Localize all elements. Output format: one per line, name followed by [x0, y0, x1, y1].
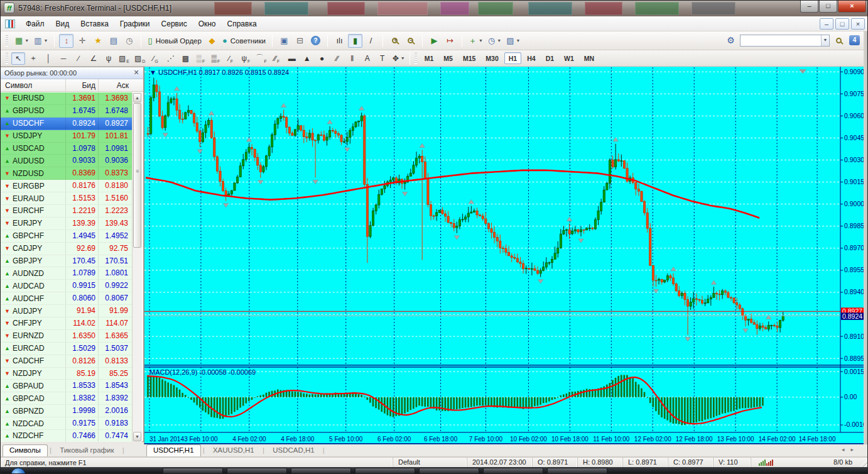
tab-scroll-arrows[interactable]: ◂▸: [842, 446, 860, 453]
timeframe-mn-button[interactable]: MN: [580, 52, 599, 64]
taskbar-button[interactable]: [483, 468, 543, 474]
market-watch-row-gbpaud[interactable]: ▲GBPAUD1.85331.8543: [1, 380, 133, 392]
vertical-line-tool[interactable]: │: [41, 52, 55, 65]
close-icon[interactable]: ✕: [132, 69, 141, 77]
market-watch-row-usdjpy[interactable]: ▼USDJPY101.79101.81: [1, 130, 133, 143]
strategy-tester-button[interactable]: ◷: [122, 34, 136, 48]
timeframe-d1-button[interactable]: D1: [541, 52, 558, 64]
timeframe-h1-button[interactable]: H1: [504, 52, 521, 64]
fibo-grid-tool[interactable]: ▩: [178, 52, 192, 65]
scrollbar-thumb[interactable]: [133, 103, 141, 248]
mdi-restore-button[interactable]: □: [835, 18, 849, 30]
timeframe-w1-button[interactable]: W1: [560, 52, 578, 64]
market-watch-row-chfjpy[interactable]: ▼CHFJPY114.02114.07: [1, 317, 133, 330]
market-watch-row-usdcad[interactable]: ▲USDCAD1.09781.0981: [1, 143, 133, 155]
market-watch-row-gbpcad[interactable]: ▲GBPCAD1.83821.8392: [1, 392, 133, 405]
menu-item-charts[interactable]: Графики: [114, 18, 156, 30]
market-watch-row-audcad[interactable]: ▲AUDCAD0.99150.9922: [1, 280, 133, 292]
menu-item-file[interactable]: Файл: [20, 18, 50, 30]
close-button[interactable]: ×: [838, 1, 866, 13]
column-bid[interactable]: Бид: [66, 79, 99, 91]
market-watch-row-eurcad[interactable]: ▲EURCAD1.50291.5037: [1, 343, 133, 355]
chart-tab-usdcad[interactable]: USDCAD,H1: [266, 445, 320, 457]
periods-button[interactable]: ◷▼: [486, 34, 503, 48]
market-watch-row-nzdchf[interactable]: ▲NZDCHF0.74660.7474: [1, 430, 133, 442]
market-watch-row-eurchf[interactable]: ▼EURCHF1.22191.2223: [1, 205, 133, 218]
fibo-expansion-tool[interactable]: ψF: [239, 52, 252, 65]
timeframe-m15-button[interactable]: M15: [458, 52, 480, 64]
taskbar-button[interactable]: [227, 468, 287, 474]
menu-item-insert[interactable]: Вставка: [75, 18, 114, 30]
market-watch-row-audnzd[interactable]: ▲AUDNZD1.07891.0801: [1, 267, 133, 280]
market-watch-row-cadjpy[interactable]: ▼CADJPY92.6992.75: [1, 243, 133, 255]
menu-item-service[interactable]: Сервис: [156, 18, 193, 30]
zoom-out-button[interactable]: −: [403, 34, 418, 48]
market-watch-row-nzdusd[interactable]: ▼NZDUSD0.83690.8373: [1, 167, 133, 180]
gann-fan-tool[interactable]: ▨D: [133, 52, 147, 65]
market-watch-row-audjpy[interactable]: ▼AUDJPY91.9491.99: [1, 305, 133, 317]
market-watch-row-gbpnzd[interactable]: ▲GBPNZD1.99982.0016: [1, 405, 133, 417]
market-watch-scrollbar[interactable]: ▲ ▼: [132, 92, 142, 442]
market-watch-row-usdchf[interactable]: ▲USDCHF0.89240.8927: [1, 118, 133, 130]
line-chart-button[interactable]: /: [364, 34, 378, 48]
market-watch-row-eurusd[interactable]: ▼EURUSD1.36911.3693: [1, 92, 133, 105]
gann-line-tool[interactable]: ▧E: [117, 52, 131, 65]
vertical-lines-tool[interactable]: ⫴: [345, 52, 359, 65]
timeframe-h4-button[interactable]: H4: [523, 52, 540, 64]
search-go-button[interactable]: [832, 33, 846, 47]
pitchfork-tool[interactable]: ψ: [102, 52, 116, 65]
print-button[interactable]: ⊟: [293, 34, 307, 48]
mdi-close-button[interactable]: ×: [851, 18, 865, 30]
cycle-lines-tool[interactable]: ∕∕F: [270, 52, 284, 65]
market-watch-row-gbpchf[interactable]: ▲GBPCHF1.49451.4952: [1, 230, 133, 243]
parallel-lines-tool[interactable]: ∕∕: [330, 52, 344, 65]
zoom-in-button[interactable]: +: [388, 34, 402, 48]
menu-item-help[interactable]: Справка: [222, 18, 263, 30]
fibo-fan-tool[interactable]: ⋰: [163, 52, 177, 65]
taskbar-button[interactable]: [291, 468, 351, 474]
market-watch-row-audchf[interactable]: ▲AUDCHF0.80600.8067: [1, 292, 133, 305]
timeframe-m5-button[interactable]: M5: [439, 52, 457, 64]
expert-advisors-button[interactable]: ●Советники: [220, 34, 268, 48]
horizontal-line-tool[interactable]: ─: [57, 52, 70, 65]
market-watch-row-gbpusd[interactable]: ▲GBPUSD1.67451.6748: [1, 105, 133, 118]
column-symbol[interactable]: Символ: [1, 79, 66, 91]
ellipse-tool[interactable]: ●: [315, 52, 329, 65]
market-watch-row-euraud[interactable]: ▼EURAUD1.51531.5160: [1, 192, 133, 205]
rectangle-tool[interactable]: ▬: [285, 52, 299, 65]
notifications-button[interactable]: 4: [847, 33, 862, 47]
candlestick-chart-button[interactable]: ▮: [348, 34, 362, 48]
help-button[interactable]: ?: [308, 34, 323, 48]
market-watch-row-nzdcad[interactable]: ▲NZDCAD0.91750.9183: [1, 417, 133, 430]
price-chart-canvas[interactable]: 0.90900.90750.90600.90450.90300.90150.90…: [144, 67, 864, 444]
profiles-button[interactable]: ▥▼: [32, 34, 50, 48]
market-watch-row-nzdjpy[interactable]: ▼NZDJPY85.1985.25: [1, 368, 133, 380]
navigator-button[interactable]: ★: [90, 34, 105, 48]
timeframe-m1-button[interactable]: M1: [420, 52, 438, 64]
market-watch-row-eurnzd[interactable]: ▼EURNZD1.63501.6365: [1, 330, 133, 343]
auto-scroll-button[interactable]: ▶: [427, 34, 442, 48]
fibo-retracement-tool[interactable]: ░F: [193, 52, 207, 65]
data-window-button[interactable]: ✛: [75, 34, 89, 48]
trendline-tool[interactable]: ∕: [72, 52, 85, 65]
menu-item-window[interactable]: Окно: [193, 18, 222, 30]
bar-chart-button[interactable]: ılı: [332, 34, 347, 48]
tab-tick-chart[interactable]: Тиковый график: [53, 445, 120, 457]
taskbar-button[interactable]: [419, 468, 479, 474]
text-tool[interactable]: A: [361, 52, 374, 65]
start-button[interactable]: [11, 468, 26, 474]
market-watch-row-eurjpy[interactable]: ▼EURJPY139.39139.43: [1, 218, 133, 230]
text-label-tool[interactable]: T: [376, 52, 389, 65]
indicators-button[interactable]: ＋▼: [467, 34, 485, 48]
taskbar-button[interactable]: [547, 468, 607, 474]
triangle-tool[interactable]: ▲: [300, 52, 314, 65]
fibo-channel-tool[interactable]: ∕F: [224, 52, 237, 65]
fibo-timezones-tool[interactable]: ▒F: [209, 52, 222, 65]
scroll-down-icon[interactable]: ▼: [133, 432, 141, 441]
market-watch-header[interactable]: Обзор рынка: 00:00:00 ✕: [1, 67, 143, 79]
arrows-tool[interactable]: ✥▼: [391, 52, 407, 65]
templates-button[interactable]: ▨▼: [504, 34, 522, 48]
search-input[interactable]: [741, 36, 821, 45]
taskbar-button[interactable]: [355, 468, 415, 474]
minimize-button[interactable]: –: [800, 1, 818, 13]
